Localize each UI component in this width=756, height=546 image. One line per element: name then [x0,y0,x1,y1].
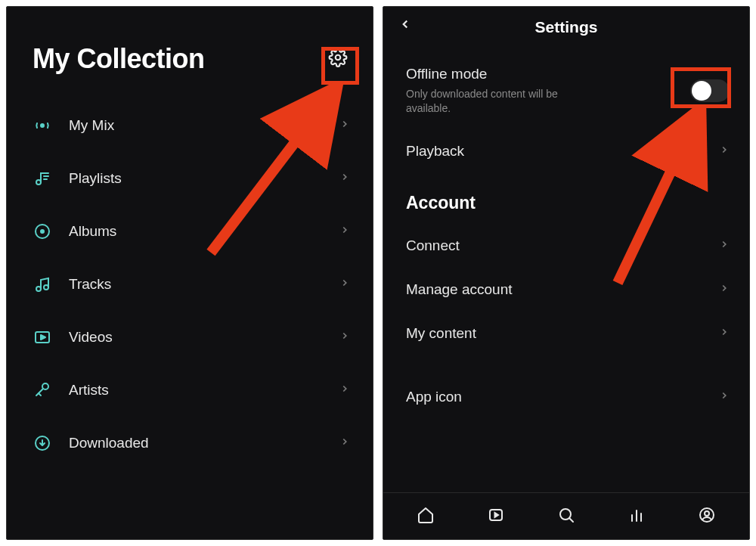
collection-header: My Collection [7,7,373,90]
profile-icon [698,506,716,527]
collection-item-my-mix[interactable]: My Mix [7,99,373,152]
back-button[interactable] [398,17,412,34]
tab-profile[interactable] [692,501,722,532]
collection-item-videos[interactable]: Videos [7,311,373,364]
chevron-right-icon [719,327,730,340]
album-icon [33,222,52,241]
collection-item-artists[interactable]: Artists [7,364,373,417]
video-icon [487,506,505,527]
svg-line-16 [569,518,573,522]
row-label: Connect [406,237,719,254]
my-collection-screen: My Collection My Mix Playlists [6,6,373,540]
setting-row-manage-account[interactable]: Manage account [383,268,749,312]
setting-row-connect[interactable]: Connect [383,224,749,268]
svg-point-0 [336,55,341,60]
svg-marker-8 [41,335,45,340]
row-label: My content [406,325,719,342]
settings-button[interactable] [323,44,353,74]
microphone-icon [33,380,52,400]
svg-point-4 [41,230,44,233]
gear-icon [328,48,348,70]
settings-screen: Settings Offline mode Only downloaded co… [383,6,750,540]
row-label: Playback [406,143,719,160]
playlist-icon [33,169,52,188]
music-note-icon [33,275,52,294]
chevron-right-icon [719,144,730,158]
home-icon [417,506,435,527]
chevron-right-icon [339,119,350,132]
settings-header: Settings [383,7,749,48]
toggle-knob [692,81,711,101]
chevron-right-icon [339,436,350,450]
row-label: App icon [406,389,719,405]
chevron-right-icon [719,390,730,404]
setting-row-my-content[interactable]: My content [383,312,749,355]
item-label: Videos [69,329,339,346]
chevron-right-icon [339,225,350,238]
chevron-right-icon [719,239,730,253]
chevron-right-icon [339,278,350,291]
section-header-account: Account [383,173,749,224]
setting-title: Offline mode [406,66,678,82]
chevron-right-icon [339,172,350,185]
video-icon [33,327,52,347]
setting-row-app-icon[interactable]: App icon [383,375,749,419]
settings-list: Offline mode Only downloaded content wil… [383,48,749,419]
row-label: Manage account [406,281,719,298]
item-label: Artists [69,382,339,399]
chevron-right-icon [339,330,350,344]
collection-item-downloaded[interactable]: Downloaded [7,417,373,470]
offline-mode-toggle[interactable] [690,79,730,102]
broadcast-icon [33,116,52,135]
svg-point-1 [41,124,44,127]
setting-row-playback[interactable]: Playback [383,129,749,173]
item-label: My Mix [69,117,339,134]
page-title: My Collection [33,43,205,75]
setting-description: Only downloaded content will be availabl… [406,87,595,116]
chevron-right-icon [719,283,730,296]
tab-videos[interactable] [481,501,511,532]
item-label: Albums [69,223,339,240]
collection-item-albums[interactable]: Albums [7,205,373,258]
bottom-tab-bar [383,492,749,539]
chevron-right-icon [339,383,350,397]
collection-item-tracks[interactable]: Tracks [7,258,373,311]
tab-stats[interactable] [621,501,652,532]
collection-item-playlists[interactable]: Playlists [7,152,373,205]
tab-home[interactable] [411,501,441,532]
bars-icon [627,506,646,527]
item-label: Tracks [69,276,339,293]
item-label: Playlists [69,170,339,187]
svg-marker-14 [495,513,499,517]
download-icon [33,433,52,453]
search-icon [557,506,575,527]
item-label: Downloaded [69,435,339,451]
setting-offline-mode: Offline mode Only downloaded content wil… [383,54,749,129]
chevron-left-icon [398,20,412,33]
tab-search[interactable] [551,501,581,532]
page-title: Settings [535,18,598,36]
collection-list: My Mix Playlists Albums [7,90,373,470]
svg-point-21 [705,511,709,516]
